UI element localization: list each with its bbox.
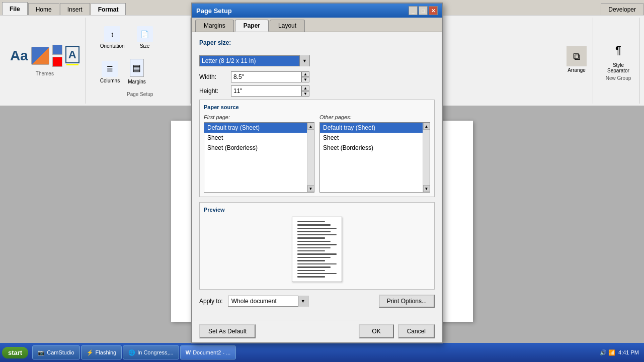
height-up-btn[interactable]: ▲ [301,85,309,91]
ok-button[interactable]: OK [359,324,393,338]
preview-line-2 [297,224,331,225]
preview-line-9 [297,247,331,248]
first-page-item-2[interactable]: Sheet (Borderless) [204,143,314,153]
dialog-title-buttons: _ □ ✕ [409,6,438,15]
paper-size-select-wrap: Letter (8 1/2 x 11 in) ▼ [199,55,435,66]
preview-line-18 [297,276,325,277]
other-pages-scroll-down[interactable]: ▼ [423,185,430,192]
first-page-list-wrap: Default tray (Sheet) Sheet Sheet (Border… [204,122,314,193]
height-down-btn[interactable]: ▼ [301,91,309,97]
apply-to-row: Apply to: Whole document ▼ Print Options… [199,295,435,308]
page-setup-dialog: Page Setup _ □ ✕ Margins Paper Layout Pa… [191,3,443,343]
width-up-btn[interactable]: ▲ [301,71,309,77]
preview-line-15 [297,266,331,267]
first-page-list-inner: Default tray (Sheet) Sheet Sheet (Border… [204,123,314,153]
height-input[interactable] [231,85,301,97]
paper-size-dropdown-arrow[interactable]: ▼ [299,55,309,66]
paper-size-select[interactable]: Letter (8 1/2 x 11 in) ▼ [199,55,310,66]
tab-layout[interactable]: Layout [270,20,305,32]
apply-to-value: Whole document [228,298,298,305]
height-spinner[interactable]: ▲ ▼ [301,85,309,97]
cancel-button[interactable]: Cancel [398,324,435,338]
tab-paper[interactable]: Paper [235,20,269,32]
dialog-overlay: Page Setup _ □ ✕ Margins Paper Layout Pa… [0,0,644,362]
other-pages-scroll-up[interactable]: ▲ [423,123,430,130]
height-row: Height: ▲ ▼ [199,85,435,97]
paper-source-section: Paper source First page: Default tray (S… [199,100,435,197]
print-options-button[interactable]: Print Options... [379,295,435,308]
preview-line-4 [297,231,331,232]
tab-margins[interactable]: Margins [195,20,234,32]
first-page-col: First page: Default tray (Sheet) Sheet S… [204,114,314,193]
apply-to-label: Apply to: [199,298,223,305]
first-page-list[interactable]: Default tray (Sheet) Sheet Sheet (Border… [204,122,314,193]
other-pages-item-2[interactable]: Sheet (Borderless) [320,143,430,153]
first-page-scroll-down[interactable]: ▼ [307,185,314,192]
preview-line-11 [297,253,337,254]
width-spinner[interactable]: ▲ ▼ [301,71,309,82]
other-pages-label: Other pages: [319,114,430,120]
other-pages-list[interactable]: Default tray (Sheet) Sheet Sheet (Border… [319,122,430,193]
preview-line-1 [297,221,325,222]
preview-line-12 [297,257,331,258]
preview-line-8 [297,244,337,245]
dialog-tab-bar: Margins Paper Layout [192,18,442,32]
dialog-close-button[interactable]: ✕ [429,6,438,15]
preview-box [292,217,342,282]
width-down-btn[interactable]: ▼ [301,77,309,82]
apply-to-select[interactable]: Whole document ▼ [228,296,308,307]
bottom-right-buttons: OK Cancel [359,324,435,338]
first-page-label: First page: [204,114,314,120]
preview-line-16 [297,270,325,271]
dialog-body: Paper size: Letter (8 1/2 x 11 in) ▼ Wid… [192,32,442,320]
other-pages-col: Other pages: Default tray (Sheet) Sheet … [319,114,430,193]
paper-size-value: Letter (8 1/2 x 11 in) [200,56,299,66]
width-input-wrap: ▲ ▼ [231,71,309,82]
dialog-minimize-button[interactable]: _ [409,6,418,15]
dialog-titlebar: Page Setup _ □ ✕ [192,4,442,18]
height-label: Height: [199,87,227,95]
paper-source-label: Paper source [204,104,430,110]
preview-line-13 [297,260,325,261]
width-row: Width: ▲ ▼ [199,71,435,82]
preview-section: Preview [199,202,435,290]
preview-line-6 [297,237,325,238]
dialog-title: Page Setup [196,7,232,15]
set-as-default-button[interactable]: Set As Default [199,324,256,338]
width-input[interactable] [231,71,301,82]
other-pages-list-inner: Default tray (Sheet) Sheet Sheet (Border… [320,123,430,153]
apply-to-dropdown-arrow[interactable]: ▼ [298,296,308,307]
preview-line-10 [297,250,325,251]
other-pages-item-0[interactable]: Default tray (Sheet) [320,123,430,133]
preview-label: Preview [204,207,430,213]
other-pages-scrollbar: ▲ ▼ [423,123,430,192]
first-page-item-0[interactable]: Default tray (Sheet) [204,123,314,133]
other-pages-item-1[interactable]: Sheet [320,133,430,143]
preview-line-7 [297,241,331,242]
paper-size-label: Paper size: [199,39,231,46]
first-page-scroll-up[interactable]: ▲ [307,123,314,130]
paper-size-row: Paper size: [199,39,435,50]
preview-line-5 [297,234,337,235]
width-label: Width: [199,73,227,80]
paper-source-columns: First page: Default tray (Sheet) Sheet S… [204,114,430,193]
preview-line-14 [297,263,337,264]
dialog-bottom: Set As Default OK Cancel [192,320,442,342]
height-input-wrap: ▲ ▼ [231,85,309,97]
preview-line-17 [297,273,337,274]
other-pages-list-wrap: Default tray (Sheet) Sheet Sheet (Border… [319,122,430,193]
first-page-scrollbar: ▲ ▼ [307,123,314,192]
preview-line-3 [297,228,337,229]
first-page-item-1[interactable]: Sheet [204,133,314,143]
dialog-maximize-button[interactable]: □ [419,6,428,15]
